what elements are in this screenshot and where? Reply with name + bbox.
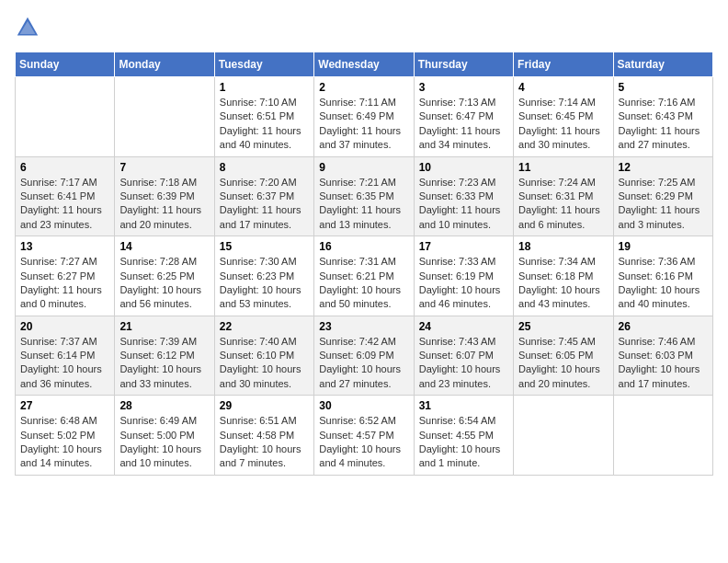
day-number: 14 xyxy=(119,240,209,253)
calendar-table: SundayMondayTuesdayWednesdayThursdayFrid… xyxy=(15,52,713,476)
logo-icon xyxy=(15,15,40,40)
day-number: 9 xyxy=(319,161,408,174)
calendar-cell: 21Sunrise: 7:39 AM Sunset: 6:12 PM Dayli… xyxy=(115,316,214,396)
day-info: Sunrise: 7:20 AM Sunset: 6:37 PM Dayligh… xyxy=(220,176,309,233)
day-info: Sunrise: 6:52 AM Sunset: 4:57 PM Dayligh… xyxy=(319,414,408,471)
calendar-cell xyxy=(613,396,712,476)
day-number: 18 xyxy=(518,240,608,253)
day-number: 5 xyxy=(619,81,708,94)
day-number: 24 xyxy=(419,320,508,333)
calendar-cell xyxy=(514,396,613,476)
day-number: 15 xyxy=(220,240,309,253)
calendar-cell: 31Sunrise: 6:54 AM Sunset: 4:55 PM Dayli… xyxy=(414,396,513,476)
day-number: 26 xyxy=(619,320,708,333)
day-info: Sunrise: 6:51 AM Sunset: 4:58 PM Dayligh… xyxy=(220,414,309,471)
day-number: 16 xyxy=(319,240,408,253)
calendar-cell: 11Sunrise: 7:24 AM Sunset: 6:31 PM Dayli… xyxy=(514,156,613,236)
day-info: Sunrise: 7:36 AM Sunset: 6:16 PM Dayligh… xyxy=(619,255,708,312)
day-header-monday: Monday xyxy=(115,52,214,77)
day-info: Sunrise: 7:33 AM Sunset: 6:19 PM Dayligh… xyxy=(419,255,508,312)
calendar-cell: 29Sunrise: 6:51 AM Sunset: 4:58 PM Dayli… xyxy=(214,396,313,476)
day-info: Sunrise: 7:42 AM Sunset: 6:09 PM Dayligh… xyxy=(319,335,408,392)
day-header-tuesday: Tuesday xyxy=(214,52,313,77)
calendar-cell: 2Sunrise: 7:11 AM Sunset: 6:49 PM Daylig… xyxy=(314,77,414,157)
calendar-cell: 19Sunrise: 7:36 AM Sunset: 6:16 PM Dayli… xyxy=(613,236,712,316)
calendar-cell: 13Sunrise: 7:27 AM Sunset: 6:27 PM Dayli… xyxy=(16,236,115,316)
calendar-cell: 28Sunrise: 6:49 AM Sunset: 5:00 PM Dayli… xyxy=(115,396,214,476)
day-info: Sunrise: 7:16 AM Sunset: 6:43 PM Dayligh… xyxy=(619,96,708,153)
calendar-cell: 15Sunrise: 7:30 AM Sunset: 6:23 PM Dayli… xyxy=(214,236,313,316)
calendar-cell: 17Sunrise: 7:33 AM Sunset: 6:19 PM Dayli… xyxy=(414,236,513,316)
day-info: Sunrise: 7:45 AM Sunset: 6:05 PM Dayligh… xyxy=(518,335,608,392)
day-number: 17 xyxy=(419,240,508,253)
day-number: 1 xyxy=(220,81,309,94)
day-header-thursday: Thursday xyxy=(414,52,513,77)
day-number: 29 xyxy=(220,399,309,412)
day-number: 7 xyxy=(119,161,209,174)
day-number: 31 xyxy=(419,399,508,412)
calendar-cell: 24Sunrise: 7:43 AM Sunset: 6:07 PM Dayli… xyxy=(414,316,513,396)
day-number: 23 xyxy=(319,320,408,333)
day-info: Sunrise: 7:24 AM Sunset: 6:31 PM Dayligh… xyxy=(518,176,608,233)
day-header-wednesday: Wednesday xyxy=(314,52,414,77)
calendar-cell xyxy=(115,77,214,157)
day-number: 22 xyxy=(220,320,309,333)
day-info: Sunrise: 7:46 AM Sunset: 6:03 PM Dayligh… xyxy=(619,335,708,392)
day-number: 13 xyxy=(20,240,109,253)
day-number: 20 xyxy=(20,320,109,333)
day-info: Sunrise: 6:49 AM Sunset: 5:00 PM Dayligh… xyxy=(119,414,209,471)
day-number: 28 xyxy=(119,399,209,412)
calendar-cell: 25Sunrise: 7:45 AM Sunset: 6:05 PM Dayli… xyxy=(514,316,613,396)
day-number: 21 xyxy=(119,320,209,333)
day-info: Sunrise: 7:37 AM Sunset: 6:14 PM Dayligh… xyxy=(20,335,109,392)
calendar-cell: 30Sunrise: 6:52 AM Sunset: 4:57 PM Dayli… xyxy=(314,396,414,476)
calendar-cell: 22Sunrise: 7:40 AM Sunset: 6:10 PM Dayli… xyxy=(214,316,313,396)
day-number: 12 xyxy=(619,161,708,174)
page-header xyxy=(15,15,713,40)
calendar-cell: 10Sunrise: 7:23 AM Sunset: 6:33 PM Dayli… xyxy=(414,156,513,236)
day-info: Sunrise: 7:43 AM Sunset: 6:07 PM Dayligh… xyxy=(419,335,508,392)
day-number: 6 xyxy=(20,161,109,174)
day-info: Sunrise: 7:23 AM Sunset: 6:33 PM Dayligh… xyxy=(419,176,508,233)
day-info: Sunrise: 7:21 AM Sunset: 6:35 PM Dayligh… xyxy=(319,176,408,233)
calendar-cell: 27Sunrise: 6:48 AM Sunset: 5:02 PM Dayli… xyxy=(16,396,115,476)
day-info: Sunrise: 7:13 AM Sunset: 6:47 PM Dayligh… xyxy=(419,96,508,153)
day-info: Sunrise: 7:30 AM Sunset: 6:23 PM Dayligh… xyxy=(220,255,309,312)
day-info: Sunrise: 7:18 AM Sunset: 6:39 PM Dayligh… xyxy=(119,176,209,233)
day-info: Sunrise: 7:31 AM Sunset: 6:21 PM Dayligh… xyxy=(319,255,408,312)
day-info: Sunrise: 7:14 AM Sunset: 6:45 PM Dayligh… xyxy=(518,96,608,153)
day-info: Sunrise: 7:25 AM Sunset: 6:29 PM Dayligh… xyxy=(619,176,708,233)
day-number: 4 xyxy=(518,81,608,94)
calendar-cell: 20Sunrise: 7:37 AM Sunset: 6:14 PM Dayli… xyxy=(16,316,115,396)
calendar-cell: 26Sunrise: 7:46 AM Sunset: 6:03 PM Dayli… xyxy=(613,316,712,396)
day-info: Sunrise: 7:34 AM Sunset: 6:18 PM Dayligh… xyxy=(518,255,608,312)
day-number: 8 xyxy=(220,161,309,174)
calendar-cell: 9Sunrise: 7:21 AM Sunset: 6:35 PM Daylig… xyxy=(314,156,414,236)
calendar-cell: 23Sunrise: 7:42 AM Sunset: 6:09 PM Dayli… xyxy=(314,316,414,396)
day-number: 25 xyxy=(518,320,608,333)
day-number: 19 xyxy=(619,240,708,253)
day-info: Sunrise: 7:39 AM Sunset: 6:12 PM Dayligh… xyxy=(119,335,209,392)
day-info: Sunrise: 7:28 AM Sunset: 6:25 PM Dayligh… xyxy=(119,255,209,312)
logo xyxy=(15,15,44,40)
day-number: 3 xyxy=(419,81,508,94)
calendar-cell: 1Sunrise: 7:10 AM Sunset: 6:51 PM Daylig… xyxy=(214,77,313,157)
calendar-cell: 14Sunrise: 7:28 AM Sunset: 6:25 PM Dayli… xyxy=(115,236,214,316)
day-number: 30 xyxy=(319,399,408,412)
day-number: 27 xyxy=(20,399,109,412)
day-number: 10 xyxy=(419,161,508,174)
calendar-cell: 6Sunrise: 7:17 AM Sunset: 6:41 PM Daylig… xyxy=(16,156,115,236)
calendar-cell: 8Sunrise: 7:20 AM Sunset: 6:37 PM Daylig… xyxy=(214,156,313,236)
day-info: Sunrise: 7:40 AM Sunset: 6:10 PM Dayligh… xyxy=(220,335,309,392)
calendar-cell: 12Sunrise: 7:25 AM Sunset: 6:29 PM Dayli… xyxy=(613,156,712,236)
day-header-sunday: Sunday xyxy=(16,52,115,77)
day-header-friday: Friday xyxy=(514,52,613,77)
calendar-cell: 18Sunrise: 7:34 AM Sunset: 6:18 PM Dayli… xyxy=(514,236,613,316)
day-info: Sunrise: 7:10 AM Sunset: 6:51 PM Dayligh… xyxy=(220,96,309,153)
calendar-cell xyxy=(16,77,115,157)
calendar-cell: 4Sunrise: 7:14 AM Sunset: 6:45 PM Daylig… xyxy=(514,77,613,157)
calendar-cell: 5Sunrise: 7:16 AM Sunset: 6:43 PM Daylig… xyxy=(613,77,712,157)
day-info: Sunrise: 7:11 AM Sunset: 6:49 PM Dayligh… xyxy=(319,96,408,153)
calendar-cell: 16Sunrise: 7:31 AM Sunset: 6:21 PM Dayli… xyxy=(314,236,414,316)
day-header-saturday: Saturday xyxy=(613,52,712,77)
